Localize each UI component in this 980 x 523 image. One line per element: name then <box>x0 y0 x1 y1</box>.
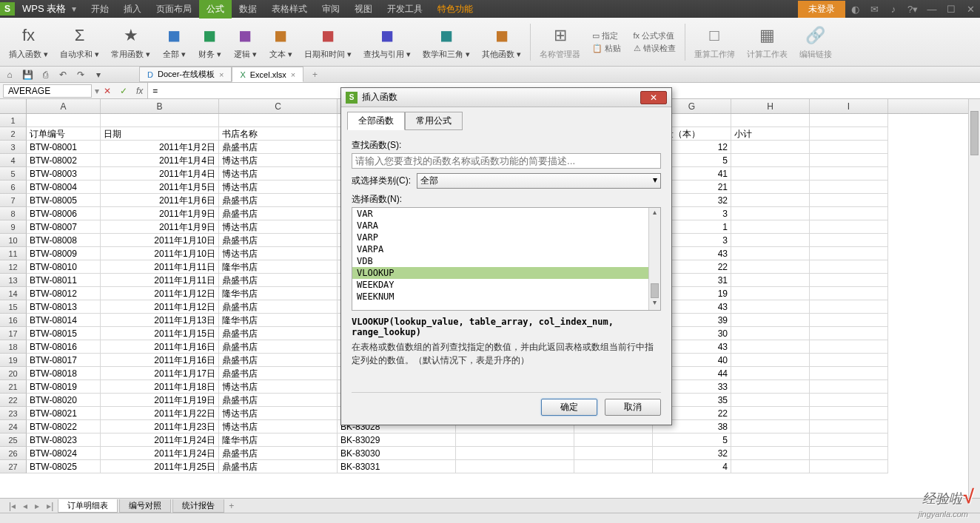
cell[interactable] <box>731 194 810 207</box>
fx-icon[interactable]: fx <box>132 86 147 96</box>
scroll-thumb[interactable] <box>651 283 659 298</box>
row-head[interactable]: 16 <box>0 314 27 327</box>
app-dropdown-icon[interactable]: ▾ <box>72 4 76 14</box>
cell[interactable]: 鼎盛书店 <box>219 447 338 460</box>
cell[interactable] <box>810 207 888 220</box>
cell[interactable]: BK-83029 <box>338 433 456 447</box>
ribbon-文本[interactable]: ◼文本 ▾ <box>263 22 298 61</box>
menu-4[interactable]: 数据 <box>232 0 264 18</box>
row-head[interactable]: 23 <box>0 407 27 420</box>
cell[interactable] <box>810 354 888 367</box>
cell[interactable]: 博达书店 <box>219 167 338 180</box>
cell[interactable] <box>810 447 888 460</box>
cell[interactable]: 2011年1月15日 <box>101 327 219 340</box>
row-head[interactable]: 21 <box>0 380 27 394</box>
cell[interactable] <box>456 447 574 460</box>
undo-icon[interactable]: ↶ <box>56 70 70 80</box>
row-head[interactable]: 22 <box>0 394 27 407</box>
cell[interactable] <box>810 154 888 167</box>
function-list[interactable]: VARVARAVARPVARPAVDBVLOOKUPWEEKDAYWEEKNUM… <box>352 207 661 311</box>
cell[interactable]: BTW-08011 <box>27 274 101 287</box>
cell[interactable] <box>219 114 338 127</box>
cell[interactable]: 2011年1月22日 <box>101 407 219 420</box>
cell[interactable]: BTW-08017 <box>27 354 101 367</box>
cell[interactable] <box>731 433 810 447</box>
cell[interactable]: 隆华书店 <box>219 260 338 274</box>
cell[interactable] <box>810 220 888 234</box>
cell[interactable] <box>810 433 888 447</box>
tab-close-icon[interactable]: × <box>291 70 295 79</box>
menu-6[interactable]: 审阅 <box>315 0 347 18</box>
row-head[interactable]: 24 <box>0 420 27 433</box>
cell[interactable]: 小计 <box>731 127 810 141</box>
cell[interactable] <box>810 260 888 274</box>
cell[interactable]: 2011年1月2日 <box>101 141 219 154</box>
row-head[interactable]: 17 <box>0 327 27 340</box>
sheet-nav-prev-icon[interactable]: ◂ <box>20 501 30 511</box>
menu-2[interactable]: 页面布局 <box>149 0 199 18</box>
ribbon-全部[interactable]: ◼全部 ▾ <box>156 22 192 61</box>
row-head[interactable]: 9 <box>0 220 27 234</box>
cell[interactable] <box>456 460 574 473</box>
col-head-H[interactable]: H <box>731 99 810 113</box>
cell[interactable] <box>810 234 888 247</box>
cell[interactable]: 鼎盛书店 <box>219 300 338 314</box>
sheet-nav-first-icon[interactable]: |◂ <box>6 501 19 511</box>
add-tab-icon[interactable]: + <box>312 70 318 80</box>
cell[interactable]: 博达书店 <box>219 407 338 420</box>
ribbon-自动求和[interactable]: Σ自动求和 ▾ <box>54 22 105 61</box>
row-head[interactable]: 20 <box>0 367 27 380</box>
cell[interactable] <box>101 114 219 127</box>
help-icon[interactable]: ?▾ <box>903 4 922 15</box>
vertical-scrollbar[interactable] <box>968 99 980 498</box>
cell[interactable] <box>27 114 101 127</box>
function-list-scrollbar[interactable]: ▴ ▾ <box>648 208 660 310</box>
skin-icon[interactable]: ◐ <box>845 4 865 15</box>
cell[interactable]: 书店名称 <box>219 127 338 141</box>
cell[interactable]: BTW-08008 <box>27 234 101 247</box>
cell[interactable]: 2011年1月13日 <box>101 314 219 327</box>
cell[interactable] <box>731 154 810 167</box>
ok-button[interactable]: 确定 <box>541 399 597 416</box>
sheet-nav-next-icon[interactable]: ▸ <box>32 501 42 511</box>
category-select[interactable]: 全部 ▾ <box>417 173 661 189</box>
row-head[interactable]: 19 <box>0 354 27 367</box>
cell[interactable] <box>574 460 653 473</box>
cell[interactable] <box>810 180 888 194</box>
cell[interactable] <box>731 141 810 154</box>
sheet-tab-2[interactable]: 统计报告 <box>172 499 224 513</box>
cell[interactable] <box>731 274 810 287</box>
cell[interactable]: BTW-08004 <box>27 180 101 194</box>
cell[interactable]: 2011年1月19日 <box>101 394 219 407</box>
cell[interactable] <box>810 141 888 154</box>
cell[interactable] <box>456 433 574 447</box>
sheet-nav-last-icon[interactable]: ▸| <box>44 501 56 511</box>
cell[interactable]: 鼎盛书店 <box>219 274 338 287</box>
tab-all-functions[interactable]: 全部函数 <box>347 112 405 130</box>
cell[interactable] <box>810 420 888 433</box>
cell[interactable]: 2011年1月4日 <box>101 154 219 167</box>
ribbon-逻辑[interactable]: ◼逻辑 ▾ <box>227 22 263 61</box>
cell[interactable] <box>731 314 810 327</box>
cell[interactable]: 5 <box>653 433 731 447</box>
doc-tab-0[interactable]: D Docer-在线模板 × <box>139 67 232 82</box>
cell[interactable]: 2011年1月9日 <box>101 207 219 220</box>
cell[interactable] <box>810 380 888 394</box>
cell[interactable] <box>810 114 888 127</box>
cell[interactable] <box>731 114 810 127</box>
cell[interactable]: BTW-08020 <box>27 394 101 407</box>
function-item[interactable]: WEEKNUM <box>352 291 660 303</box>
select-all-corner[interactable] <box>0 99 27 113</box>
cell[interactable] <box>810 274 888 287</box>
cell[interactable]: 2011年1月5日 <box>101 180 219 194</box>
sheet-tab-0[interactable]: 订单明细表 <box>58 499 118 513</box>
cell[interactable] <box>731 460 810 473</box>
function-item[interactable]: WEEKDAY <box>352 279 660 291</box>
cell[interactable]: 鼎盛书店 <box>219 460 338 473</box>
cell[interactable]: BTW-08010 <box>27 260 101 274</box>
cell[interactable] <box>810 127 888 141</box>
function-item[interactable]: VAR <box>352 208 660 220</box>
cell[interactable]: BTW-08014 <box>27 314 101 327</box>
cell[interactable] <box>731 394 810 407</box>
row-head[interactable]: 12 <box>0 260 27 274</box>
